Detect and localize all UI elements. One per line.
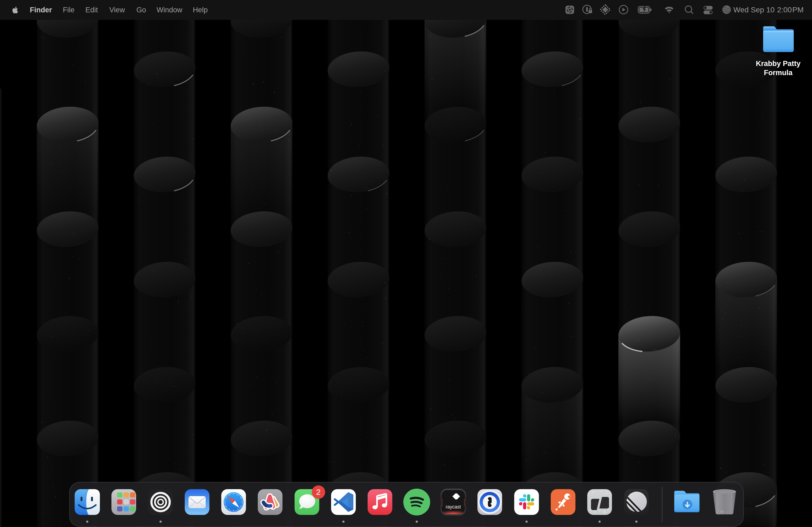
svg-text:raycast: raycast xyxy=(446,504,461,510)
